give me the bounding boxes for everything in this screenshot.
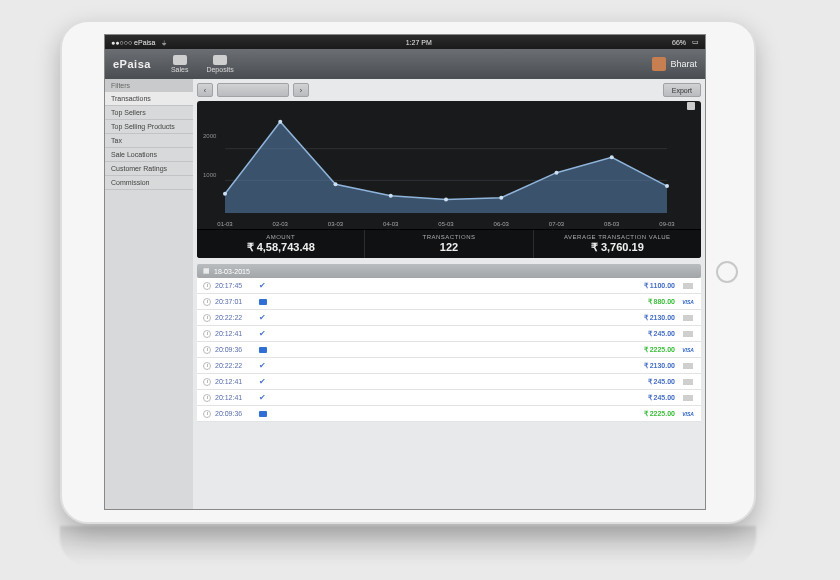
battery-icon: ▭ xyxy=(692,38,699,46)
check-icon: ✔ xyxy=(259,377,266,386)
svg-point-4 xyxy=(334,182,338,186)
x-tick: 02-03 xyxy=(273,221,288,227)
chart-card: 01-0302-0303-0304-0305-0306-0307-0308-03… xyxy=(197,101,701,258)
check-icon: ✔ xyxy=(259,361,266,370)
clock-icon xyxy=(203,346,211,354)
x-tick: 09-03 xyxy=(659,221,674,227)
app-header: ePaisa SalesDeposits Bharat xyxy=(105,49,705,79)
y-tick: 1000 xyxy=(203,172,216,178)
transactions-date-header[interactable]: ▦ 18-03-2015 xyxy=(197,264,701,278)
kpi-value: ₹ 4,58,743.48 xyxy=(197,241,364,254)
brand-logo: ePaisa xyxy=(113,58,151,70)
main-panel: ‹ › Export 01-0302-0303-0304-0305-0306-0… xyxy=(193,79,705,509)
clock-icon xyxy=(203,330,211,338)
tx-amount: ₹ 2130.00 xyxy=(644,362,675,370)
prev-button[interactable]: ‹ xyxy=(197,83,213,97)
transaction-row[interactable]: 20:12:41✔₹ 245.00 xyxy=(197,374,701,390)
date-range[interactable] xyxy=(217,83,289,97)
header-tab-deposits[interactable]: Deposits xyxy=(206,55,233,73)
transaction-row[interactable]: 20:09:36₹ 2225.00VISA xyxy=(197,342,701,358)
area-chart: 01-0302-0303-0304-0305-0306-0307-0308-03… xyxy=(197,111,701,229)
clock-icon xyxy=(203,394,211,402)
kpi-label: AMOUNT xyxy=(197,234,364,240)
sidebar-item-top-selling-products[interactable]: Top Selling Products xyxy=(105,120,193,134)
cash-icon xyxy=(681,363,695,369)
reflection xyxy=(60,526,756,566)
clock: 1:27 PM xyxy=(406,39,432,46)
svg-point-8 xyxy=(555,171,559,175)
kpi-average-transaction-value: AVERAGE TRANSACTION VALUE₹ 3,760.19 xyxy=(534,230,701,258)
export-button[interactable]: Export xyxy=(663,83,701,97)
check-icon: ✔ xyxy=(259,329,266,338)
status-bar: ●●○○○ ePaisa ⏚ 1:27 PM 66% ▭ xyxy=(105,35,705,49)
svg-point-2 xyxy=(223,192,227,196)
sidebar-item-sale-locations[interactable]: Sale Locations xyxy=(105,148,193,162)
transaction-row[interactable]: 20:09:36₹ 2225.00VISA xyxy=(197,406,701,422)
screen: ●●○○○ ePaisa ⏚ 1:27 PM 66% ▭ ePaisa Sale… xyxy=(104,34,706,510)
transaction-row[interactable]: 20:12:41✔₹ 245.00 xyxy=(197,326,701,342)
transaction-row[interactable]: 20:22:22✔₹ 2130.00 xyxy=(197,310,701,326)
x-tick: 05-03 xyxy=(438,221,453,227)
visa-icon: VISA xyxy=(681,347,695,353)
sales-icon xyxy=(173,55,187,65)
deposits-icon xyxy=(213,55,227,65)
kpi-value: 122 xyxy=(365,241,532,253)
tx-time: 20:12:41 xyxy=(215,378,259,385)
x-tick: 08-03 xyxy=(604,221,619,227)
cash-icon xyxy=(681,315,695,321)
tx-amount: ₹ 2225.00 xyxy=(644,346,675,354)
chart-toggle-icon[interactable] xyxy=(687,102,695,110)
sidebar-item-customer-ratings[interactable]: Customer Ratings xyxy=(105,162,193,176)
tx-time: 20:17:45 xyxy=(215,282,259,289)
wifi-icon: ⏚ xyxy=(162,39,166,46)
flag-icon xyxy=(259,299,267,305)
toolbar: ‹ › Export xyxy=(197,83,701,97)
x-tick: 03-03 xyxy=(328,221,343,227)
tx-time: 20:12:41 xyxy=(215,394,259,401)
svg-point-5 xyxy=(389,194,393,198)
transaction-row[interactable]: 20:17:45✔₹ 1100.00 xyxy=(197,278,701,294)
visa-icon: VISA xyxy=(681,411,695,417)
cash-icon xyxy=(681,283,695,289)
user-name: Bharat xyxy=(670,59,697,69)
sidebar-item-top-sellers[interactable]: Top Sellers xyxy=(105,106,193,120)
home-button[interactable] xyxy=(716,261,738,283)
tablet-frame: ●●○○○ ePaisa ⏚ 1:27 PM 66% ▭ ePaisa Sale… xyxy=(60,20,756,524)
sidebar-item-transactions[interactable]: Transactions xyxy=(105,92,193,106)
next-button[interactable]: › xyxy=(293,83,309,97)
carrier: ●●○○○ ePaisa xyxy=(111,39,156,46)
clock-icon xyxy=(203,378,211,386)
transaction-row[interactable]: 20:12:41✔₹ 245.00 xyxy=(197,390,701,406)
user-chip[interactable]: Bharat xyxy=(652,57,697,71)
tx-amount: ₹ 245.00 xyxy=(648,394,675,402)
sidebar-item-tax[interactable]: Tax xyxy=(105,134,193,148)
header-tab-sales[interactable]: Sales xyxy=(171,55,189,73)
x-tick: 07-03 xyxy=(549,221,564,227)
flag-icon xyxy=(259,411,267,417)
x-tick: 04-03 xyxy=(383,221,398,227)
cash-icon xyxy=(681,379,695,385)
transaction-row[interactable]: 20:22:22✔₹ 2130.00 xyxy=(197,358,701,374)
sidebar-item-commission[interactable]: Commission xyxy=(105,176,193,190)
clock-icon xyxy=(203,298,211,306)
tx-time: 20:37:01 xyxy=(215,298,259,305)
header-tab-label: Deposits xyxy=(206,66,233,73)
tx-amount: ₹ 245.00 xyxy=(648,378,675,386)
transaction-row[interactable]: 20:37:01₹ 880.00VISA xyxy=(197,294,701,310)
kpi-label: AVERAGE TRANSACTION VALUE xyxy=(534,234,701,240)
header-tab-label: Sales xyxy=(171,66,189,73)
battery-pct: 66% xyxy=(672,39,686,46)
tx-amount: ₹ 1100.00 xyxy=(644,282,675,290)
clock-icon xyxy=(203,362,211,370)
svg-point-7 xyxy=(499,196,503,200)
kpi-label: TRANSACTIONS xyxy=(365,234,532,240)
sidebar-title: Filters xyxy=(105,79,193,92)
flag-icon xyxy=(259,347,267,353)
y-tick: 2000 xyxy=(203,133,216,139)
svg-point-10 xyxy=(665,184,669,188)
check-icon: ✔ xyxy=(259,281,266,290)
avatar xyxy=(652,57,666,71)
kpi-transactions: TRANSACTIONS122 xyxy=(365,230,533,258)
cash-icon xyxy=(681,331,695,337)
tx-time: 20:22:22 xyxy=(215,314,259,321)
